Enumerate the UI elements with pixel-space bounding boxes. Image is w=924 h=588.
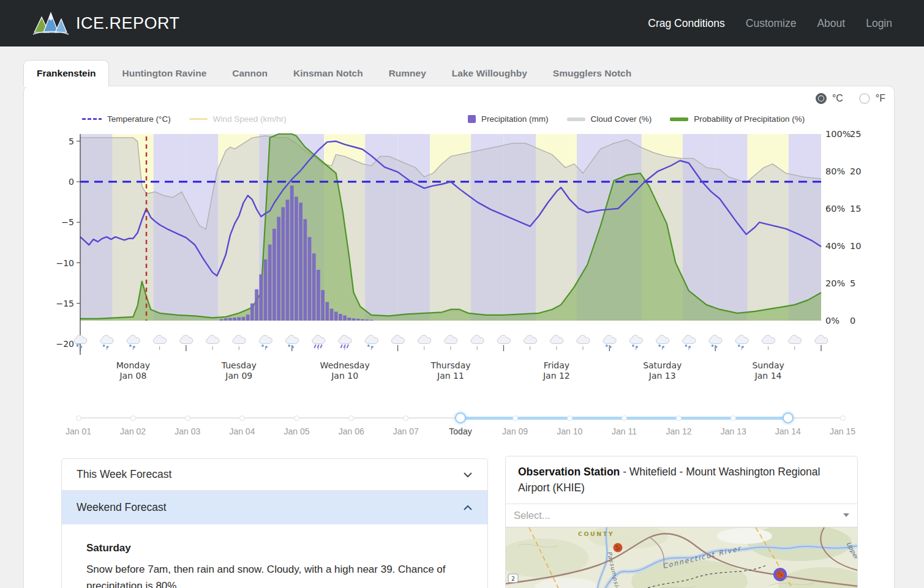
- tab-kinsman-notch[interactable]: Kinsman Notch: [280, 61, 376, 86]
- tab-frankenstein[interactable]: Frankenstein: [23, 60, 109, 87]
- slider-dot-jan-04[interactable]: [239, 415, 245, 421]
- precip-bar: [233, 318, 236, 321]
- precip-bar: [277, 217, 280, 321]
- slider-dot-jan-03[interactable]: [185, 415, 190, 421]
- tab-smugglers-notch[interactable]: Smugglers Notch: [540, 61, 644, 86]
- mountain-logo-icon: [32, 10, 70, 37]
- day-label: Saturday: [643, 360, 682, 370]
- slider-dot-jan-01[interactable]: [76, 415, 81, 421]
- right-axis-pct-label: 80%: [825, 166, 845, 176]
- weather-icon-snow: [365, 335, 378, 348]
- weather-icon-cloud: [497, 335, 510, 344]
- observation-station-card: Observation Station - Whitefield - Mount…: [505, 456, 858, 588]
- station-header-label: Observation Station: [518, 466, 620, 478]
- station-select[interactable]: Select...: [506, 504, 857, 527]
- tab-cannon[interactable]: Cannon: [219, 61, 280, 86]
- tab-huntington-ravine[interactable]: Huntington Ravine: [109, 61, 219, 86]
- station-map[interactable]: COUNTY Connecticut River Passumpsic Uppe…: [506, 527, 857, 588]
- weather-icon-snow: [259, 335, 272, 348]
- forecast-day-heading: Saturday: [86, 540, 463, 556]
- legend-item-temperature[interactable]: Temperature (°C): [82, 114, 171, 124]
- app-header: ICE.REPORT Crag ConditionsCustomizeAbout…: [0, 0, 924, 47]
- slider-dot-jan-13[interactable]: [731, 415, 736, 421]
- weather-icon-cloud: [815, 335, 828, 344]
- nav-login[interactable]: Login: [866, 17, 892, 30]
- accordion-weekend[interactable]: Weekend Forecast: [62, 490, 487, 524]
- slider-dot-jan-02[interactable]: [130, 415, 136, 421]
- slider-dot-jan-06[interactable]: [348, 415, 354, 421]
- legend-label: Cloud Cover (%): [591, 114, 652, 124]
- legend-label: Precipitation (mm): [481, 114, 549, 124]
- weather-icon-cloud: [445, 335, 457, 344]
- forecast-text: Snow before 7am, then rain and snow. Clo…: [86, 562, 463, 588]
- slider-label: Jan 03: [166, 426, 209, 436]
- precip-bar: [295, 197, 298, 321]
- day-label: Friday: [544, 360, 569, 370]
- slider-dot-jan-12[interactable]: [676, 415, 682, 421]
- slider-label: Jan 05: [276, 426, 318, 436]
- radio-icon: [859, 93, 870, 104]
- day-label: Monday: [116, 360, 150, 370]
- slider-dot-jan-11[interactable]: [622, 415, 627, 421]
- slider-handle-jan-14[interactable]: [783, 412, 794, 423]
- y-axis-tick-label: −20: [56, 339, 74, 349]
- precip-bar: [281, 207, 285, 321]
- map-marker-selected-station[interactable]: [773, 568, 787, 581]
- slider-dot-jan-15[interactable]: [840, 415, 846, 421]
- slider-label: Jan 14: [767, 426, 809, 436]
- weather-chart[interactable]: 50−5−10−15−20100%2580%2060%1540%1020%50%…: [24, 129, 895, 392]
- precip-bar: [347, 318, 351, 321]
- slider-handle-today[interactable]: [455, 412, 466, 423]
- crag-tabbar: FrankensteinHuntington RavineCannonKinsm…: [23, 58, 644, 86]
- precip-bar: [237, 318, 241, 321]
- slider-label: Jan 13: [712, 426, 755, 436]
- legend-item-precipitation[interactable]: Precipitation (mm): [468, 114, 549, 124]
- weather-icon-cloud: [550, 335, 563, 344]
- nav-about[interactable]: About: [817, 17, 845, 30]
- weather-icon-snow: [683, 335, 696, 348]
- precip-bar: [272, 229, 276, 321]
- precip-bar: [317, 270, 320, 321]
- weather-icon-snow: [735, 335, 748, 348]
- radio-label: °F: [876, 93, 885, 104]
- brand[interactable]: ICE.REPORT: [32, 10, 180, 37]
- legend-label: Wind Speed (km/hr): [213, 114, 287, 124]
- slider-label: Jan 09: [494, 426, 536, 436]
- legend-item-probability[interactable]: Probability of Precipitation (%): [670, 114, 805, 124]
- chevron-down-icon: [463, 472, 473, 478]
- legend-item-cloud[interactable]: Cloud Cover (%): [567, 114, 652, 124]
- nav-customize[interactable]: Customize: [746, 17, 797, 30]
- precip-bar: [321, 290, 325, 321]
- accordion-this-week[interactable]: This Week Forecast: [62, 459, 487, 490]
- brand-title: ICE.REPORT: [76, 14, 180, 33]
- slider-dot-jan-10[interactable]: [567, 415, 573, 421]
- date-label: Jan 09: [225, 371, 252, 381]
- right-axis-mm-label: 15: [850, 204, 861, 214]
- accordion-title: Weekend Forecast: [77, 501, 167, 514]
- chart-legend-right: Precipitation (mm)Cloud Cover (%)Probabi…: [468, 114, 805, 124]
- precip-bar: [259, 274, 263, 321]
- y-axis-tick-label: −15: [56, 299, 74, 308]
- nav-crag-conditions[interactable]: Crag Conditions: [648, 17, 724, 30]
- tab-lake-willoughby[interactable]: Lake Willoughby: [439, 61, 540, 86]
- weather-icon-cloud: [577, 335, 590, 344]
- precip-bar: [299, 203, 302, 321]
- right-axis-mm-label: 25: [850, 129, 861, 139]
- unit-radio-celsius[interactable]: °C: [816, 93, 843, 104]
- right-axis-pct-label: 20%: [825, 278, 845, 288]
- slider-label: Jan 01: [57, 426, 100, 436]
- slider-dot-jan-09[interactable]: [513, 415, 518, 421]
- map-marker-station[interactable]: [614, 543, 623, 552]
- tab-rumney[interactable]: Rumney: [376, 61, 439, 86]
- slider-label: Jan 12: [658, 426, 701, 436]
- weather-icon-cloud: [153, 335, 166, 344]
- legend-item-wind[interactable]: Wind Speed (km/hr): [189, 114, 287, 124]
- slider-dot-jan-05[interactable]: [294, 415, 299, 421]
- weather-icon-snow: [100, 335, 113, 348]
- forecast-card: This Week Forecast Weekend Forecast Satu…: [61, 458, 488, 588]
- unit-radio-fahrenheit[interactable]: °F: [859, 93, 885, 104]
- precip-bar: [361, 319, 364, 321]
- slider-dot-jan-07[interactable]: [403, 415, 408, 421]
- date-range-slider[interactable]: Jan 01Jan 02Jan 03Jan 04Jan 05Jan 06Jan …: [78, 413, 843, 441]
- weather-icon-cloud: [524, 335, 536, 344]
